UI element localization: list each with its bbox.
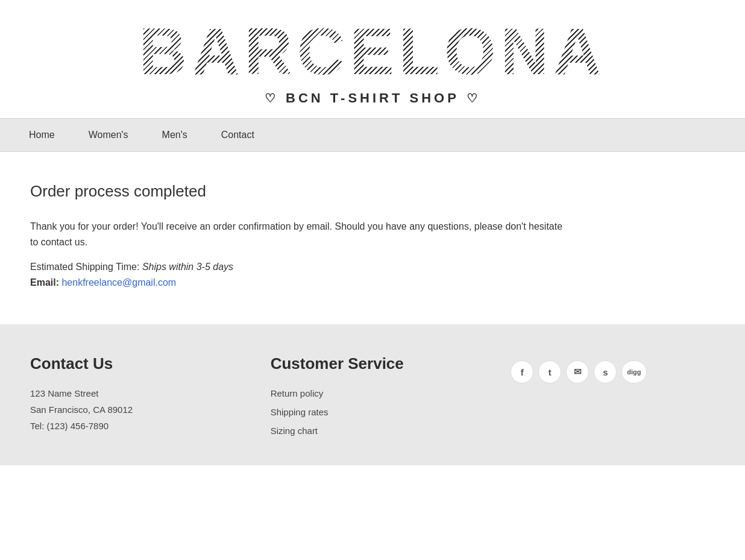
nav-item-womens[interactable]: Women's [72, 119, 145, 151]
nav-link-home[interactable]: Home [12, 119, 72, 151]
twitter-icon[interactable]: t [538, 360, 561, 383]
address-line2: San Francisco, CA 89012 [30, 404, 133, 415]
site-header: BARCELONA ♡ BCN T-SHIRT SHOP ♡ [0, 0, 745, 118]
nav-item-contact[interactable]: Contact [204, 119, 271, 151]
main-content: Order process completed Thank you for yo… [0, 152, 745, 324]
order-title: Order process completed [30, 182, 715, 201]
main-nav: Home Women's Men's Contact [0, 118, 745, 152]
address-line1: 123 Name Street [30, 388, 98, 398]
footer-service: Customer Service Return policy Shipping … [271, 354, 475, 441]
email-text: Email: henkfreelance@gmail.com [30, 277, 715, 288]
shipping-value: Ships within 3-5 days [142, 262, 233, 272]
logo-text: BARCELONA [139, 18, 606, 84]
nav-item-mens[interactable]: Men's [145, 119, 204, 151]
footer: Contact Us 123 Name Street San Francisco… [0, 324, 745, 465]
phone: Tel: (123) 456-7890 [30, 421, 108, 431]
service-link-item-return[interactable]: Return policy [271, 385, 475, 401]
stumbleupon-icon[interactable]: s [594, 360, 617, 383]
nav-link-womens[interactable]: Women's [72, 119, 145, 151]
shipping-text: Estimated Shipping Time: Ships within 3-… [30, 262, 715, 272]
email-social-icon[interactable]: ✉ [566, 360, 589, 383]
email-label: Email: [30, 277, 61, 288]
service-links: Return policy Shipping rates Sizing char… [271, 385, 475, 439]
social-icons-group: f t ✉ s digg [511, 360, 646, 383]
shipping-rates-link[interactable]: Shipping rates [271, 407, 328, 417]
heart-left-icon: ♡ [265, 91, 278, 105]
service-heading: Customer Service [271, 354, 475, 373]
footer-social: f t ✉ s digg [511, 354, 715, 383]
tagline: ♡ BCN T-SHIRT SHOP ♡ [12, 90, 733, 106]
footer-contact: Contact Us 123 Name Street San Francisco… [30, 354, 234, 434]
tagline-text: BCN T-SHIRT SHOP [286, 90, 459, 106]
contact-heading: Contact Us [30, 354, 234, 373]
return-policy-link[interactable]: Return policy [271, 388, 324, 398]
order-text: Thank you for your order! You'll receive… [30, 219, 573, 250]
nav-list: Home Women's Men's Contact [0, 119, 745, 151]
service-link-item-shipping[interactable]: Shipping rates [271, 404, 475, 420]
heart-right-icon: ♡ [467, 91, 480, 105]
nav-link-contact[interactable]: Contact [204, 119, 271, 151]
logo: BARCELONA [12, 18, 733, 84]
email-link[interactable]: henkfreelance@gmail.com [61, 277, 176, 288]
nav-link-mens[interactable]: Men's [145, 119, 204, 151]
contact-info: 123 Name Street San Francisco, CA 89012 … [30, 385, 234, 434]
digg-icon[interactable]: digg [621, 360, 646, 383]
facebook-icon[interactable]: f [511, 360, 533, 383]
nav-item-home[interactable]: Home [12, 119, 72, 151]
sizing-chart-link[interactable]: Sizing chart [271, 426, 318, 436]
shipping-label: Estimated Shipping Time: [30, 262, 142, 272]
service-link-item-sizing[interactable]: Sizing chart [271, 423, 475, 439]
